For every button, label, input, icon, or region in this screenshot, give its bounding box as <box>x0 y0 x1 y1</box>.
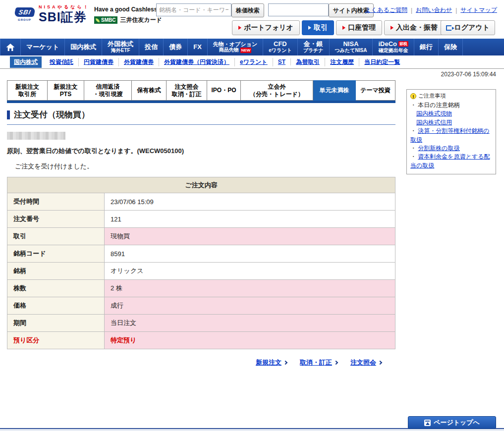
subnav-investment-trust[interactable]: 投資信託 <box>45 58 79 66</box>
tab-theme-invest[interactable]: テーマ投資 <box>356 80 395 101</box>
sidebar-link-domestic-margin[interactable]: 国内株式信用 <box>410 118 492 127</box>
table-row: 受付時間 23/07/06 15:09 <box>7 193 395 211</box>
tab-margin-repayment[interactable]: 信用返済・現引現渡 <box>84 80 132 101</box>
sidebar-title: ! ご注意事項 <box>410 92 492 100</box>
nav-funds[interactable]: 投信 <box>139 39 164 55</box>
nav-insurance[interactable]: 保険 <box>439 39 463 55</box>
home-icon <box>6 44 15 51</box>
table-row: 銘柄コード 8591 <box>7 245 395 263</box>
server-timestamp: 2023-07-06 15:09:44 <box>441 71 496 78</box>
trade-button[interactable]: 取引 <box>302 20 334 35</box>
tab-off-auction[interactable]: 立会外（分売・トレード） <box>241 80 313 101</box>
portfolio-button[interactable]: ポートフォリオ <box>232 20 300 35</box>
nav-nisa[interactable]: NISA つみたてNISA <box>330 39 373 55</box>
arrow-icon <box>391 26 393 30</box>
nav-market[interactable]: マーケット <box>21 39 65 55</box>
link-separator: | <box>411 7 412 14</box>
notice-sidebar: ! ご注意事項 ・ 本日の注意銘柄 国内株式現物 国内株式信用 ・ 決算・分割等… <box>406 89 496 174</box>
logout-button[interactable]: ログアウト <box>441 20 495 35</box>
main-content: 注文受付（現物買） 原則、翌営業日の始値での取引となります。(WECW05010… <box>7 109 395 367</box>
subnav-order-history[interactable]: 注文履歴 <box>325 58 359 66</box>
nav-gold-silver[interactable]: 金・銀 プラチナ <box>298 39 330 55</box>
nav-fx[interactable]: FX <box>188 39 208 55</box>
sub-nav: 国内株式 投資信託 円貨建債券 外貨建債券 外貨建債券（円貨決済） eワラント … <box>0 55 504 69</box>
tax-badge: 節税 <box>398 41 408 47</box>
nav-ideco[interactable]: iDeCo 節税 確定拠出年金 <box>373 39 414 55</box>
arrow-up-icon <box>424 420 431 426</box>
chevron-right-icon <box>283 361 287 365</box>
search-area: 株価検索 サイト内検索 <box>156 3 374 17</box>
subnav-today-executions[interactable]: 当日約定一覧 <box>359 58 405 66</box>
faq-link[interactable]: よくあるご質問 <box>365 6 407 14</box>
order-tabbar: 新規注文取引所 新規注文PTS 信用返済・現引現渡 保有株式 注文照会取消・訂正… <box>7 80 395 103</box>
tab-held-stocks[interactable]: 保有株式 <box>132 80 167 101</box>
arrow-icon <box>342 26 345 30</box>
table-row: 銘柄 オリックス <box>7 263 395 280</box>
tab-underbar <box>7 101 395 103</box>
account-mgmt-button[interactable]: 口座管理 <box>336 20 382 35</box>
sitemap-link[interactable]: サイトマップ <box>460 6 497 14</box>
nav-domestic-stock[interactable]: 国内株式 <box>65 39 102 55</box>
page-title: 注文受付（現物買） <box>7 109 395 125</box>
table-row: 期間 当日注文 <box>7 315 395 332</box>
link-separator: | <box>455 7 457 14</box>
contact-link[interactable]: お問い合わせ <box>416 6 452 14</box>
sidebar-item: ・ 本日の注意銘柄 <box>410 101 492 109</box>
nav-bank[interactable]: 銀行 <box>414 39 439 55</box>
logout-icon <box>446 25 451 31</box>
table-row: 注文番号 121 <box>7 211 395 228</box>
main-nav: マーケット 国内株式 外国株式 海外ETF 投信 債券 FX 先物・オプション … <box>0 39 504 55</box>
smbc-ad-banner[interactable]: Have a good Cashless. SMBC 三井住友カード <box>94 6 154 24</box>
order-notice: 原則、翌営業日の始値での取引となります。(WECW050100) <box>7 147 395 156</box>
subnav-yen-bonds[interactable]: 円貨建債券 <box>79 58 119 66</box>
cancel-correct-link[interactable]: 取消・訂正 <box>300 358 337 367</box>
order-detail-table: ご注文内容 受付時間 23/07/06 15:09 注文番号 121 取引 現物… <box>7 177 395 349</box>
nav-bonds[interactable]: 債券 <box>164 39 188 55</box>
redacted-stock-name <box>7 132 65 140</box>
table-row: 取引 現物買 <box>7 228 395 245</box>
subnav-foreign-bonds[interactable]: 外貨建債券 <box>119 58 159 66</box>
nav-cfd[interactable]: CFD eワラント <box>263 39 298 55</box>
nav-home[interactable] <box>0 39 21 55</box>
subnav-ewarrant[interactable]: eワラント <box>235 58 273 66</box>
chevron-right-icon <box>334 361 338 365</box>
header: SBI GROUP NISAやるなら！ SBI証券 Have a good Ca… <box>0 0 504 39</box>
new-order-link[interactable]: 新規注文 <box>256 358 287 367</box>
table-title: ご注文内容 <box>7 177 395 193</box>
subnav-domestic-stock[interactable]: 国内株式 <box>10 56 42 68</box>
sidebar-link-rights-handling[interactable]: ・ 決算・分割等権利付銘柄の取扱 <box>410 127 492 144</box>
arrow-icon <box>238 26 241 30</box>
nav-foreign-stock[interactable]: 外国株式 海外ETF <box>102 39 139 55</box>
warning-icon: ! <box>410 93 416 99</box>
title-bar-icon <box>7 110 10 119</box>
stock-search-button[interactable]: 株価検索 <box>231 3 264 17</box>
content-footer-links: 新規注文 取消・訂正 注文照会 <box>7 358 395 367</box>
page-top-button[interactable]: ページトップへ <box>408 416 496 429</box>
sbi-logo[interactable]: SBI GROUP NISAやるなら！ SBI証券 <box>15 4 90 23</box>
table-row: 預り区分 特定預り <box>7 332 395 349</box>
subnav-forex[interactable]: 為替取引 <box>291 58 325 66</box>
tab-odd-lot[interactable]: 単元未満株 <box>313 80 356 101</box>
sidebar-link-split-shares[interactable]: ・ 分割新株の取扱 <box>410 144 492 153</box>
tab-ipo-po[interactable]: IPO・PO <box>207 80 241 101</box>
site-search-input[interactable] <box>268 3 329 16</box>
order-accepted-message: ご注文を受け付けました。 <box>15 162 395 171</box>
subnav-st[interactable]: ST <box>273 58 291 65</box>
deposit-withdraw-button[interactable]: 入出金・振替 <box>384 20 444 35</box>
smbc-logo-icon: SMBC <box>94 16 117 24</box>
ad-text: Have a good Cashless. <box>94 6 154 13</box>
new-badge: NEW <box>240 48 252 53</box>
tab-new-order-exchange[interactable]: 新規注文取引所 <box>7 80 48 101</box>
sbi-group-icon: SBI GROUP <box>15 6 36 21</box>
order-inquiry-link[interactable]: 注文照会 <box>350 358 382 367</box>
stock-search-input[interactable] <box>156 3 231 16</box>
sidebar-link-domestic-cash[interactable]: 国内株式現物 <box>410 109 492 118</box>
tab-new-order-pts[interactable]: 新規注文PTS <box>48 80 84 101</box>
tab-order-inquiry[interactable]: 注文照会取消・訂正 <box>167 80 207 101</box>
subnav-foreign-bonds-yen[interactable]: 外貨建債券（円貨決済） <box>159 58 235 66</box>
page: SBI GROUP NISAやるなら！ SBI証券 Have a good Ca… <box>0 0 504 431</box>
nav-futures-options[interactable]: 先物・オプション 商品先物 NEW <box>208 39 263 55</box>
header-links: よくあるご質問 | お問い合わせ | サイトマップ <box>365 6 497 14</box>
chevron-right-icon <box>378 361 382 365</box>
sidebar-link-capital-surplus-dividend[interactable]: ・ 資本剰余金を原資とする配当の取扱 <box>410 153 492 170</box>
